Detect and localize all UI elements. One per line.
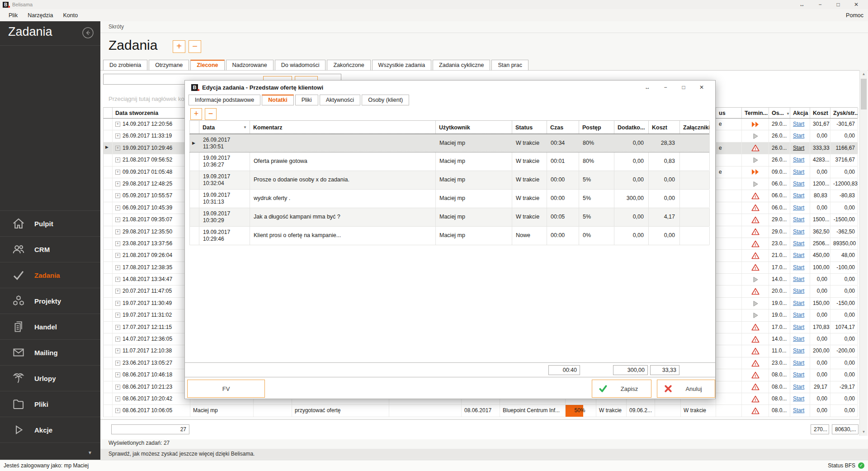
note-column-header-komentarz[interactable]: Komentarz [250,121,436,133]
tab-do-wiadomości[interactable]: Do wiadomości [275,60,326,71]
dialog-tab-aktywności[interactable]: Aktywności [320,95,361,105]
expand-icon[interactable]: + [115,289,120,294]
task-row[interactable]: +08.06.2017 10:06:05Maciej mpprzygotować… [103,405,858,417]
expand-icon[interactable]: + [115,253,120,258]
start-link[interactable]: Start [793,360,804,366]
tab-otrzymane[interactable]: Otrzymane [149,60,189,71]
note-column-header-użytkownik[interactable]: Użytkownik [436,121,512,133]
dialog-tab-osoby-klient-[interactable]: Osoby (klient) [362,95,409,105]
column-header-koszt[interactable]: Koszt [810,108,830,118]
note-row[interactable]: 19.09.201710:36:27Oferta prawie gotowaMa… [189,152,709,171]
vertical-scrollbar[interactable]: ▲ ▼ [859,70,868,436]
note-row[interactable]: ▶26.09.201711:30:51Maciej mpW trakcie00:… [189,134,709,152]
dialog-tab-informacje-podstawowe[interactable]: Informacje podstawowe [189,95,260,105]
collapse-sidebar-icon[interactable] [82,27,94,39]
column-header-zysk[interactable]: Zysk/str... [830,108,858,118]
expand-icon[interactable]: + [115,265,120,270]
start-link[interactable]: Start [793,252,804,258]
dialog-tab-notatki[interactable]: Notatki [262,95,293,105]
dialog-close-icon[interactable]: ✕ [693,81,711,94]
column-header-termin[interactable]: Termin... [742,108,769,118]
fv-button[interactable]: FV [187,380,265,398]
total-extra-field[interactable]: 300,00 [613,365,648,375]
note-row[interactable]: 19.09.201710:32:04Prosze o dodanie osoby… [189,171,709,190]
dialog-minimize-icon[interactable]: − [656,81,675,94]
dialog-dock-icon[interactable]: ↔ [638,81,656,94]
expand-icon[interactable]: + [115,146,120,151]
column-header-akcja[interactable]: Akcja [790,108,810,118]
expand-icon[interactable]: + [115,385,120,390]
start-link[interactable]: Start [793,384,804,390]
expand-icon[interactable]: + [115,205,120,210]
note-column-header-załączniki[interactable]: Załączniki [680,121,710,133]
column-header-status-tail[interactable]: us [716,108,742,118]
expand-icon[interactable]: + [115,181,120,186]
expand-icon[interactable]: + [115,170,120,175]
add-task-button[interactable]: + [173,40,185,53]
menu-item-plik[interactable]: Plik [4,10,23,21]
start-link[interactable]: Start [793,169,804,175]
window-close-icon[interactable]: ✕ [847,0,865,9]
note-column-header-status[interactable]: Status [512,121,547,133]
start-link[interactable]: Start [793,157,804,163]
sidebar-item-crm[interactable]: CRM [0,236,100,262]
note-row[interactable]: 19.09.201710:29:46Klient prosi o ofertę … [189,227,709,245]
start-link[interactable]: Start [793,288,804,294]
expand-icon[interactable]: + [115,372,120,377]
expand-icon[interactable]: + [115,241,120,246]
remove-note-button[interactable]: − [205,108,217,120]
start-link[interactable]: Start [793,324,804,330]
tab-wszystkie-zadania[interactable]: Wszystkie zadania [372,60,432,71]
expand-icon[interactable]: + [115,229,120,234]
expand-icon[interactable]: + [115,277,120,282]
sidebar-item-pulpit[interactable]: Pulpit [0,210,100,236]
expand-icon[interactable]: + [115,157,120,162]
remove-task-button[interactable]: − [189,40,201,53]
note-column-header-data[interactable]: Data▼ [199,121,250,133]
menu-item-konto[interactable]: Konto [58,10,83,21]
sidebar-item-zadania[interactable]: Zadania [0,262,100,288]
save-button[interactable]: Zapisz [592,380,651,398]
expand-icon[interactable]: + [115,396,120,401]
expand-icon[interactable]: + [115,133,120,138]
expand-icon[interactable]: + [115,193,120,198]
shortcuts-link[interactable]: Skróty [108,24,124,30]
expand-icon[interactable]: + [115,325,120,330]
sidebar-item-handel[interactable]: Handel [0,314,100,339]
start-link[interactable]: Start [793,371,804,378]
sidebar-item-projekty[interactable]: Projekty [0,288,100,314]
expand-icon[interactable]: + [115,408,120,413]
column-header-data-stworzenia[interactable]: Data stworzenia [113,108,190,118]
note-column-header-czas[interactable]: Czas [547,121,579,133]
tab-zakończone[interactable]: Zakończone [327,60,370,71]
start-link[interactable]: Start [793,264,804,271]
expand-icon[interactable]: + [115,313,120,318]
add-note-button[interactable]: + [190,108,202,120]
tab-do-zrobienia[interactable]: Do zrobienia [103,60,147,71]
window-minimize-icon[interactable]: − [811,0,829,9]
dialog-tab-pliki[interactable]: Pliki [295,95,318,105]
sidebar-item-akcje[interactable]: Akcje [0,417,100,442]
total-cost-field[interactable]: 33,33 [650,365,679,375]
expand-icon[interactable]: + [115,361,120,366]
start-link[interactable]: Start [793,133,804,139]
scroll-down-icon[interactable]: ▼ [860,428,868,436]
tab-zadania-cykliczne[interactable]: Zadania cykliczne [433,60,490,71]
chevron-down-icon[interactable]: ▼ [88,450,92,455]
note-row[interactable]: 19.09.201710:30:29Jak a długość kampani … [189,208,709,227]
start-link[interactable]: Start [793,407,804,414]
expand-icon[interactable]: + [115,122,120,127]
start-link[interactable]: Start [793,228,804,235]
start-link[interactable]: Start [793,192,804,199]
start-link[interactable]: Start [793,240,804,247]
start-link[interactable]: Start [793,395,804,402]
note-row[interactable]: 19.09.201710:31:13wydruk oferty .Maciej … [189,190,709,208]
note-column-header-dodatko-[interactable]: Dodatko... [614,121,649,133]
window-maximize-icon[interactable]: □ [829,0,847,9]
note-column-header-postęp[interactable]: Postęp [579,121,614,133]
start-link[interactable]: Start [793,347,804,354]
start-link[interactable]: Start [793,205,804,211]
window-dock-icon[interactable]: ↔ [793,0,811,9]
start-link[interactable]: Start [793,181,804,187]
menu-item-pomoc[interactable]: Pomoc [846,12,863,19]
